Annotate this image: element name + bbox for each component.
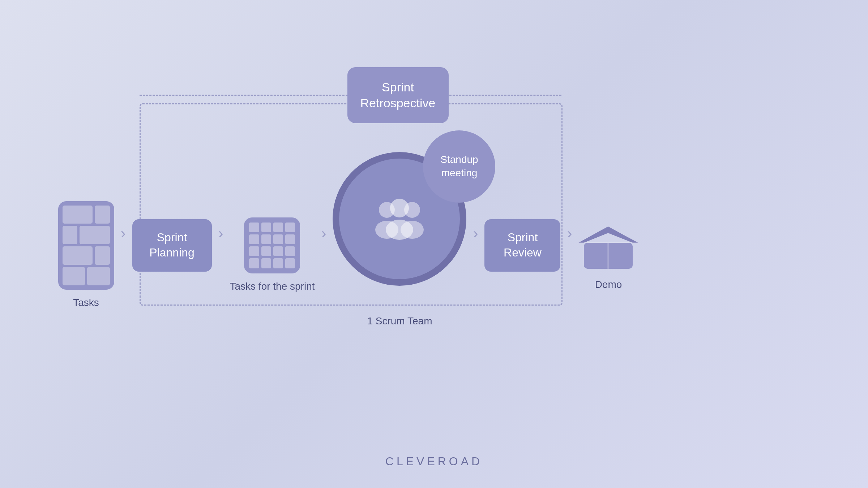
arrow-icon-2: › bbox=[218, 226, 223, 241]
arrow-icon-5: › bbox=[567, 226, 572, 241]
tasks-node: Tasks bbox=[58, 201, 114, 309]
demo-node: Demo bbox=[578, 219, 638, 291]
sprint-planning-node: Sprint Planning x bbox=[132, 219, 212, 291]
tasks-label: Tasks bbox=[73, 296, 99, 309]
grid-icon bbox=[244, 217, 300, 273]
tasks-sprint-label: Tasks for the sprint bbox=[230, 280, 315, 293]
arrow-icon-1: › bbox=[121, 226, 126, 241]
sprint-planning-box: Sprint Planning bbox=[132, 219, 212, 272]
standup-node: Standup meeting bbox=[423, 130, 495, 203]
svg-marker-7 bbox=[578, 226, 638, 243]
scrum-team-node: Standup meeting bbox=[333, 183, 466, 328]
sprint-review-label: Sprint Review bbox=[490, 230, 555, 260]
standup-label: Standup meeting bbox=[423, 153, 495, 180]
arrow-icon-4: › bbox=[473, 226, 478, 241]
sprint-planning-label: Sprint Planning bbox=[138, 230, 206, 260]
demo-label: Demo bbox=[595, 278, 622, 291]
tasks-icon bbox=[58, 201, 114, 290]
dashed-line-right bbox=[449, 95, 561, 96]
sprint-review-box: Sprint Review bbox=[484, 219, 560, 272]
sprint-retro-label: Sprint Retrospective bbox=[353, 79, 443, 111]
sprint-retro-node: Sprint Retrospective bbox=[347, 67, 449, 123]
tasks-sprint-node: Tasks for the sprint bbox=[230, 217, 315, 293]
demo-icon bbox=[578, 219, 638, 272]
sprint-review-node: Sprint Review x bbox=[484, 219, 560, 291]
svg-point-4 bbox=[390, 199, 409, 217]
people-icon bbox=[367, 195, 432, 242]
svg-point-5 bbox=[386, 220, 413, 240]
scrum-team-label: 1 Scrum Team bbox=[367, 315, 432, 328]
scrum-circle-wrapper: Standup meeting bbox=[333, 152, 466, 286]
dashed-line-left bbox=[140, 95, 348, 96]
brand-label: CLEVEROAD bbox=[385, 455, 483, 468]
diagram-container: Sprint Retrospective bbox=[37, 46, 832, 443]
flow-row: Tasks › Sprint Planning x › Tasks for th bbox=[58, 183, 638, 328]
arrow-icon-3: › bbox=[321, 226, 326, 241]
